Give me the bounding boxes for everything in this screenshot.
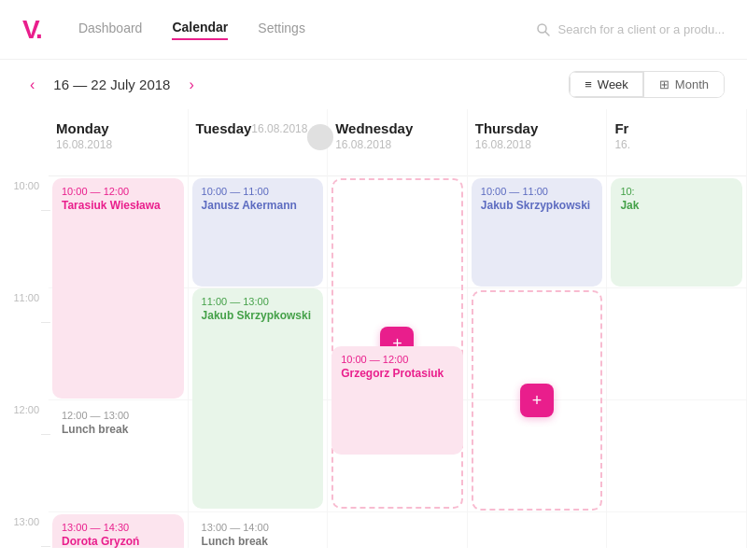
calendar-container: 10:00 11:00 12:00 13:00 Monday 16.08.201…: [0, 109, 747, 548]
thursday-header: Thursday 16.08.2018: [468, 109, 607, 176]
event-janusz-time: 10:00 — 11:00: [202, 186, 315, 197]
monday-date: 16.08.2018: [56, 138, 180, 151]
nav-dashboard[interactable]: Dashboard: [78, 21, 143, 39]
event-dorota-name: Dorota Gryzoń: [62, 535, 175, 548]
event-lunch-mon: 12:00 — 13:00 Lunch break: [52, 402, 184, 503]
thursday-name: Thursday: [475, 120, 599, 136]
time-1300: 13:00: [0, 512, 49, 548]
add-event-thu-button[interactable]: +: [520, 384, 554, 417]
nav-calendar[interactable]: Calendar: [172, 20, 228, 40]
event-fri-1-name: Jak: [620, 199, 733, 212]
event-jakub-tue[interactable]: 11:00 — 13:00 Jakub Skrzypkowski: [192, 288, 324, 509]
event-tarasiuk-name: Tarasiuk Wiesława: [62, 199, 175, 212]
svg-line-1: [545, 32, 549, 35]
nav-settings[interactable]: Settings: [258, 21, 305, 39]
tuesday-body: 10:00 — 11:00 Janusz Akermann 11:00 — 13…: [189, 176, 328, 548]
search-icon: [536, 22, 551, 37]
wednesday-dashed-area[interactable]: +: [331, 178, 463, 509]
event-lunch-tue: 13:00 — 14:00 Lunch break: [192, 514, 324, 548]
wednesday-name: Wednesday: [335, 120, 459, 136]
logo: V.: [22, 15, 41, 45]
friday-name: Fr: [614, 120, 739, 136]
month-view-button[interactable]: ⊞ Month: [644, 72, 724, 97]
month-icon: ⊞: [659, 77, 669, 91]
wednesday-header: Wednesday 16.08.2018: [328, 109, 467, 176]
tuesday-header: Tuesday 16.08.2018: [189, 109, 328, 176]
monday-name: Monday: [56, 120, 180, 136]
event-grzegorz[interactable]: 10:00 — 12:00 Grzegorz Protasiuk: [331, 346, 463, 455]
event-dorota[interactable]: 13:00 — 14:30 Dorota Gryzoń: [52, 514, 184, 548]
day-monday: Monday 16.08.2018 10:00 — 12:00 Tarasiuk…: [49, 109, 189, 548]
event-lunch-mon-time: 12:00 — 13:00: [62, 410, 175, 421]
event-tarasiuk-time: 10:00 — 12:00: [62, 186, 175, 197]
time-1100: 11:00: [0, 288, 49, 400]
tuesday-date: 16.08.2018: [251, 122, 307, 135]
monday-header: Monday 16.08.2018: [49, 109, 188, 176]
event-lunch-tue-name: Lunch break: [202, 535, 315, 548]
event-jakub-tue-time: 11:00 — 13:00: [202, 296, 315, 307]
header: V. Dashboard Calendar Settings Search fo…: [0, 0, 747, 60]
time-1200: 12:00: [0, 400, 49, 512]
thursday-date: 16.08.2018: [475, 138, 599, 151]
event-jakub-thu-time: 10:00 — 11:00: [481, 186, 594, 197]
friday-date: 16.: [614, 138, 739, 151]
search-bar[interactable]: Search for a client or a produ...: [536, 22, 725, 37]
friday-header: Fr 16.: [607, 109, 746, 176]
event-jakub-thu[interactable]: 10:00 — 11:00 Jakub Skrzypkowski: [472, 178, 603, 287]
week-view-button[interactable]: ≡ Week: [570, 72, 644, 97]
main-nav: Dashboard Calendar Settings: [78, 20, 536, 40]
wednesday-date: 16.08.2018: [335, 138, 459, 151]
view-toggle: ≡ Week ⊞ Month: [569, 71, 725, 98]
tuesday-name: Tuesday: [196, 120, 252, 136]
event-lunch-mon-name: Lunch break: [62, 423, 175, 436]
date-range: 16 — 22 July 2018: [53, 77, 170, 92]
event-fri-1[interactable]: 10: Jak: [611, 178, 742, 287]
event-dorota-time: 13:00 — 14:30: [62, 522, 175, 533]
event-jakub-thu-name: Jakub Skrzypkowski: [481, 199, 594, 212]
time-1000: 10:00: [0, 176, 49, 288]
month-label: Month: [675, 77, 709, 91]
week-icon: ≡: [585, 77, 592, 91]
days-grid: Monday 16.08.2018 10:00 — 12:00 Tarasiuk…: [49, 109, 747, 548]
event-grzegorz-name: Grzegorz Protasiuk: [341, 367, 454, 380]
week-label: Week: [598, 77, 628, 91]
day-tuesday: Tuesday 16.08.2018 10:00 — 11:00 Janusz …: [189, 109, 329, 548]
wednesday-body: + 10:00 — 12:00 Grzegorz Protasiuk: [328, 176, 467, 548]
next-week-button[interactable]: ›: [181, 73, 201, 97]
friday-body: 10: Jak: [607, 176, 746, 548]
day-thursday: Thursday 16.08.2018 10:00 — 11:00 Jakub …: [468, 109, 608, 548]
event-lunch-tue-time: 13:00 — 14:00: [202, 522, 315, 533]
event-janusz-name: Janusz Akermann: [202, 199, 315, 212]
event-janusz[interactable]: 10:00 — 11:00 Janusz Akermann: [192, 178, 324, 287]
time-column: 10:00 11:00 12:00 13:00: [0, 109, 49, 548]
event-fri-1-time: 10:: [620, 186, 733, 197]
toolbar: ‹ 16 — 22 July 2018 › ≡ Week ⊞ Month: [0, 60, 747, 109]
search-placeholder: Search for a client or a produ...: [558, 22, 725, 36]
day-friday: Fr 16. 10: Jak: [607, 109, 747, 548]
thursday-dashed-area[interactable]: +: [472, 290, 603, 511]
day-wednesday: Wednesday 16.08.2018 + 10:00 — 12:00 Grz…: [328, 109, 468, 548]
thursday-body: 10:00 — 11:00 Jakub Skrzypkowski +: [468, 176, 607, 548]
event-grzegorz-time: 10:00 — 12:00: [341, 354, 454, 365]
event-tarasiuk[interactable]: 10:00 — 12:00 Tarasiuk Wiesława: [52, 178, 184, 399]
prev-week-button[interactable]: ‹: [22, 73, 42, 97]
event-jakub-tue-name: Jakub Skrzypkowski: [202, 309, 315, 322]
monday-body: 10:00 — 12:00 Tarasiuk Wiesława 12:00 — …: [49, 176, 188, 548]
